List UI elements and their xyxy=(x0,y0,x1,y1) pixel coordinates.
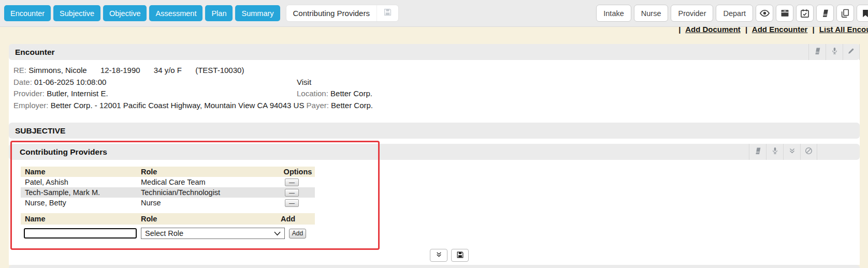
role-select[interactable]: Select Role xyxy=(141,228,285,239)
encounter-title: Encounter xyxy=(15,48,55,57)
add-form-header-row: Name Role Add xyxy=(21,213,315,225)
archive-button[interactable] xyxy=(776,5,793,22)
tab-summary[interactable]: Summary xyxy=(235,5,280,21)
visit-type: Visit xyxy=(297,77,311,88)
re-label: RE: xyxy=(13,66,26,75)
form-name-save-button[interactable] xyxy=(377,5,398,21)
tab-subjective[interactable]: Subjective xyxy=(53,5,100,21)
patient-name: Simmons, Nicole xyxy=(28,66,87,75)
location-group: Location: Better Corp. xyxy=(297,88,372,100)
patient-re-line: RE: Simmons, Nicole 12-18-1990 34 y/o F … xyxy=(13,65,855,77)
archive-icon xyxy=(780,8,790,18)
provider-value: Butler, Internist E. xyxy=(47,89,108,98)
cp-collapse-button[interactable] xyxy=(783,144,800,160)
tab-encounter[interactable]: Encounter xyxy=(4,5,51,21)
expand-more-button[interactable] xyxy=(430,249,447,262)
book-icon xyxy=(820,8,830,18)
subjective-title: SUBJECTIVE xyxy=(15,126,65,136)
header-options: Options xyxy=(281,168,315,176)
cp-book-button[interactable] xyxy=(749,144,766,160)
toolbar-right-group: Intake Nurse Provider Depart xyxy=(596,5,868,22)
cp-dictate-button[interactable] xyxy=(766,144,783,160)
chevrons-down-icon xyxy=(435,251,443,260)
location-value: Better Corp. xyxy=(330,89,372,98)
patient-age-sex: 34 y/o F xyxy=(154,66,182,75)
encounter-dictate-button[interactable] xyxy=(826,44,843,60)
employer-line: Employer: Better Corp. - 12001 Pacific C… xyxy=(13,100,855,112)
provider-name: Tech-Sample, Mark M. xyxy=(21,188,141,197)
encounter-bar-icons xyxy=(808,44,860,60)
nurse-button[interactable]: Nurse xyxy=(634,5,669,22)
save-form-button[interactable] xyxy=(451,249,469,262)
form-name-group: Contributing Providers xyxy=(286,5,399,22)
role-select-value: Select Role xyxy=(145,229,183,237)
bookmark-icon xyxy=(861,9,868,18)
patient-id: (TEST-10030) xyxy=(195,66,244,75)
provider-name-input[interactable] xyxy=(24,228,137,239)
top-toolbar: Encounter Subjective Objective Assessmen… xyxy=(0,0,868,27)
microphone-icon xyxy=(830,47,839,57)
next-section-strip xyxy=(9,265,860,268)
tab-assessment[interactable]: Assessment xyxy=(149,5,202,21)
save-icon xyxy=(456,250,465,261)
contributing-providers-table: Name Role Options Patel, Ashish Medical … xyxy=(21,167,315,240)
form-name-input[interactable]: Contributing Providers xyxy=(286,5,377,21)
payer-label: Payer: xyxy=(307,101,329,110)
provider-role: Technician/Technologist xyxy=(141,188,281,197)
encounter-edit-button[interactable] xyxy=(843,44,860,60)
subjective-section-bar: SUBJECTIVE xyxy=(9,123,860,139)
header-role: Role xyxy=(141,168,281,176)
contributing-providers-title: Contributing Providers xyxy=(20,147,107,157)
calendar-check-icon xyxy=(800,8,810,19)
microphone-icon xyxy=(771,146,779,157)
tab-plan[interactable]: Plan xyxy=(205,5,233,21)
provider-role: Nurse xyxy=(141,199,281,207)
remove-provider-button[interactable]: — xyxy=(285,178,299,186)
bookmark-button[interactable] xyxy=(857,5,868,22)
cancel-icon xyxy=(804,146,813,157)
table-header-row: Name Role Options xyxy=(21,167,315,177)
table-row: Patel, Ashish Medical Care Team — xyxy=(21,177,315,187)
add-form-row: Select Role Add xyxy=(21,227,315,240)
copy-button[interactable] xyxy=(836,5,854,22)
date-value: 01-06-2025 10:08:00 xyxy=(34,78,106,86)
pencil-icon xyxy=(847,47,856,57)
cp-disable-button[interactable] xyxy=(800,144,817,160)
add-provider-button[interactable]: Add xyxy=(289,229,306,239)
form-bottom-actions xyxy=(430,249,469,262)
remove-provider-button[interactable]: — xyxy=(285,189,299,197)
add-header-add: Add xyxy=(281,215,315,223)
employer-label: Employer: xyxy=(13,101,49,110)
calendar-button[interactable] xyxy=(796,5,814,22)
table-row: Nurse, Betty Nurse — xyxy=(21,198,315,208)
eye-icon xyxy=(759,8,770,19)
date-label: Date: xyxy=(13,78,32,86)
provider-label: Provider: xyxy=(13,89,45,98)
copy-icon xyxy=(840,8,850,19)
encounter-book-button[interactable] xyxy=(808,44,826,60)
location-label: Location: xyxy=(297,89,328,98)
remove-provider-button[interactable]: — xyxy=(285,199,299,207)
payer-value: Better Corp. xyxy=(331,101,373,110)
header-name: Name xyxy=(21,168,141,176)
table-row: Tech-Sample, Mark M. Technician/Technolo… xyxy=(21,187,315,198)
provider-name: Patel, Ashish xyxy=(21,178,141,186)
provider-button[interactable]: Provider xyxy=(671,5,713,22)
add-header-role: Role xyxy=(141,215,281,223)
encounter-card: Encounter RE: Simmons, Nicole 12-18-1990… xyxy=(9,44,860,265)
forms-book-button[interactable] xyxy=(816,5,834,22)
add-header-name: Name xyxy=(21,215,141,223)
date-line: Date: 01-06-2025 10:08:00 Visit xyxy=(13,77,855,88)
view-button[interactable] xyxy=(756,5,773,22)
provider-role: Medical Care Team xyxy=(141,178,281,186)
encounter-section-bar: Encounter xyxy=(9,44,860,60)
save-icon xyxy=(383,7,393,19)
tab-objective[interactable]: Objective xyxy=(103,5,147,21)
intake-button[interactable]: Intake xyxy=(596,5,631,22)
employer-value: Better Corp. - 12001 Pacific Coast Highw… xyxy=(51,101,305,110)
provider-name: Nurse, Betty xyxy=(21,199,141,207)
book-icon xyxy=(754,146,762,157)
patient-dob: 12-18-1990 xyxy=(100,66,140,75)
contributing-providers-bar-icons xyxy=(749,144,817,160)
depart-button[interactable]: Depart xyxy=(716,5,753,22)
